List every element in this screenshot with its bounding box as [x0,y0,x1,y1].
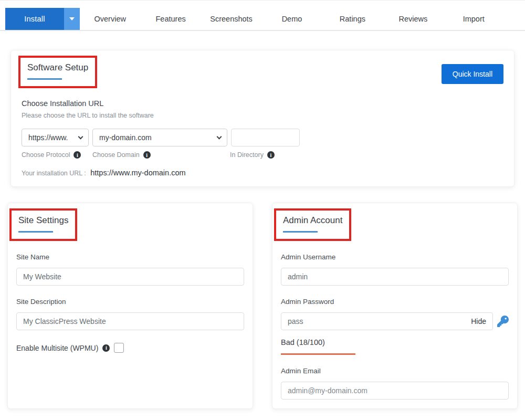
annotation-box-software-setup: Software Setup [18,56,97,88]
site-description-input[interactable] [16,312,244,330]
info-icon[interactable] [102,344,110,352]
domain-select-value: my-domain.com [99,133,152,142]
tab-import[interactable]: Import [444,8,504,30]
tab-reviews[interactable]: Reviews [383,8,443,30]
install-button-label[interactable]: Install [5,8,64,30]
tab-bar: Install Overview Features Screenshots De… [0,8,525,31]
choose-installation-url-heading: Choose Installation URL [22,99,503,108]
site-name-label: Site Name [16,253,244,261]
chevron-down-icon [217,134,222,139]
multisite-checkbox[interactable] [114,343,124,353]
multisite-label: Enable Multisite (WPMU) [16,344,98,352]
protocol-field-label: Choose Protocol [22,151,92,159]
title-underline [27,78,62,80]
protocol-field-label-text: Choose Protocol [22,151,70,159]
password-strength-bar [281,353,355,355]
site-name-input[interactable] [16,268,244,286]
admin-username-input[interactable] [281,268,509,286]
directory-input[interactable] [231,129,300,146]
tab-features[interactable]: Features [140,8,201,30]
info-icon[interactable] [74,151,81,159]
key-icon[interactable] [497,316,509,327]
info-icon[interactable] [143,151,151,159]
installation-url-field-labels: Choose Protocol Choose Domain In Directo… [22,151,503,159]
domain-field-label-text: Choose Domain [92,151,140,159]
choose-installation-url-subtext: Please choose the URL to install the sof… [22,112,503,119]
directory-field-label: In Directory [230,151,275,159]
tab-demo[interactable]: Demo [261,8,322,30]
software-setup-title: Software Setup [27,62,88,73]
tab-screenshots[interactable]: Screenshots [201,8,261,30]
domain-select[interactable]: my-domain.com [92,129,227,146]
protocol-select[interactable]: https://www. [22,129,89,146]
admin-email-input[interactable] [281,382,509,400]
admin-username-label: Admin Username [281,253,509,261]
admin-password-row: Hide [281,312,509,330]
admin-password-label: Admin Password [281,298,509,306]
password-hide-toggle[interactable]: Hide [471,317,486,326]
protocol-select-value: https://www. [28,133,68,142]
chevron-down-icon [78,134,83,139]
info-icon[interactable] [267,151,275,159]
quick-install-button[interactable]: Quick Install [442,64,503,84]
annotation-box-admin-account: Admin Account [274,208,351,241]
admin-password-input[interactable] [281,312,493,330]
password-strength-text: Bad (18/100) [281,338,509,346]
tab-ratings[interactable]: Ratings [322,8,383,30]
installation-url-value: https://www.my-domain.com [90,169,185,177]
caret-down-icon [69,17,75,20]
title-underline [18,231,53,233]
annotation-box-site-settings: Site Settings [9,208,77,241]
admin-account-card: Admin Account Admin Username Admin Passw… [272,203,518,409]
domain-field-label: Choose Domain [92,151,230,159]
site-settings-card: Site Settings Site Name Site Description… [7,203,253,409]
install-button[interactable]: Install [5,8,80,30]
multisite-row: Enable Multisite (WPMU) [16,343,244,353]
directory-field-label-text: In Directory [230,151,264,159]
installation-url-row: https://www. my-domain.com [22,129,503,146]
install-dropdown-button[interactable] [64,8,80,30]
admin-email-label: Admin Email [281,367,509,375]
install-form: Software Setup Quick Install Choose Inst… [0,50,525,409]
tab-list: Overview Features Screenshots Demo Ratin… [80,8,525,30]
admin-account-title: Admin Account [283,215,342,226]
installation-url-label: Your installation URL : [22,170,86,177]
site-settings-title: Site Settings [18,215,68,226]
site-description-label: Site Description [16,298,244,306]
software-setup-card: Software Setup Quick Install Choose Inst… [10,50,514,187]
installation-url-line: Your installation URL : https://www.my-d… [22,169,503,177]
tab-overview[interactable]: Overview [80,8,140,30]
title-underline [283,231,318,233]
